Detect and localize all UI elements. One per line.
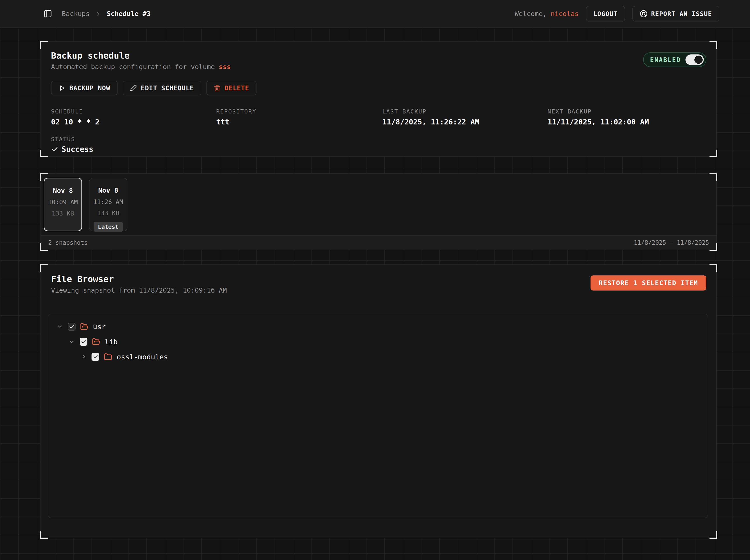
snapshot-card-selected[interactable]: Nov 8 10:09 AM 133 KB [44, 178, 82, 231]
folder-open-icon [92, 338, 100, 346]
latest-badge: Latest [94, 222, 123, 232]
field-last-backup: LAST BACKUP 11/8/2025, 11:26:22 AM [382, 108, 548, 126]
snapshot-size: 133 KB [97, 209, 119, 217]
snapshot-date: Nov 8 [98, 186, 118, 194]
tree-label: ossl-modules [117, 353, 168, 361]
field-value: 02 10 * * 2 [51, 118, 216, 126]
report-issue-button[interactable]: REPORT AN ISSUE [632, 6, 719, 21]
field-value: ttt [216, 118, 382, 126]
chevron-down-icon[interactable] [57, 323, 63, 330]
folder-icon [104, 353, 112, 361]
tree-row-usr[interactable]: usr [48, 319, 708, 334]
app-header: Backups Schedule #3 Welcome, nicolas LOG… [0, 0, 750, 28]
logout-button[interactable]: LOGOUT [586, 6, 625, 21]
status-block: STATUS Success [41, 136, 716, 154]
tree-row-lib[interactable]: lib [48, 334, 708, 349]
breadcrumb-section[interactable]: Backups [62, 10, 90, 18]
field-schedule: SCHEDULE 02 10 * * 2 [51, 108, 216, 126]
edit-schedule-button[interactable]: EDIT SCHEDULE [123, 81, 201, 95]
folder-open-icon [80, 323, 88, 331]
file-browser-card: File Browser Viewing snapshot from 11/8/… [40, 264, 717, 538]
checkbox-mixed[interactable] [68, 323, 76, 331]
field-next-backup: NEXT BACKUP 11/11/2025, 11:02:00 AM [548, 108, 706, 126]
corner-bracket [710, 531, 717, 539]
enabled-toggle-label: ENABLED [650, 56, 681, 63]
toggle-knob [694, 56, 703, 64]
check-icon [51, 146, 58, 153]
report-issue-label: REPORT AN ISSUE [651, 10, 712, 17]
trash-icon [214, 85, 221, 92]
chevron-right-icon [95, 11, 101, 17]
snapshot-count: 2 snapshots [48, 239, 87, 246]
snapshots-footer: 2 snapshots 11/8/2025 – 11/8/2025 [41, 235, 716, 250]
delete-label: DELETE [225, 84, 249, 92]
logout-button-label: LOGOUT [593, 10, 618, 17]
field-label: SCHEDULE [51, 108, 216, 115]
username: nicolas [551, 10, 579, 18]
sidebar-toggle-button[interactable] [43, 9, 53, 18]
file-browser-subtitle: Viewing snapshot from 11/8/2025, 10:09:1… [51, 286, 227, 294]
schedule-card-subtitle: Automated backup configuration for volum… [51, 63, 231, 71]
tree-label: usr [93, 323, 106, 331]
tree-label: lib [105, 338, 118, 346]
schedule-card-title: Backup schedule [51, 51, 231, 61]
welcome-text: Welcome, nicolas [515, 10, 579, 18]
field-value: 11/11/2025, 11:02:00 AM [548, 118, 706, 126]
snapshot-size: 133 KB [52, 210, 74, 217]
status-value: Success [62, 145, 93, 154]
snapshot-date-range: 11/8/2025 – 11/8/2025 [634, 239, 709, 246]
status-label: STATUS [51, 136, 706, 142]
corner-bracket [40, 531, 48, 539]
chevron-down-icon[interactable] [68, 339, 75, 345]
snapshot-card[interactable]: Nov 8 11:26 AM 133 KB Latest [89, 178, 127, 231]
delete-button[interactable]: DELETE [206, 81, 256, 95]
field-label: REPOSITORY [216, 108, 382, 115]
restore-button-label: RESTORE 1 SELECTED ITEM [599, 279, 698, 287]
pencil-icon [130, 85, 137, 92]
checkbox-checked[interactable] [92, 353, 99, 361]
snapshot-time: 10:09 AM [48, 199, 78, 206]
edit-schedule-label: EDIT SCHEDULE [141, 84, 194, 92]
toggle-switch[interactable] [686, 55, 704, 65]
breadcrumb: Backups Schedule #3 [62, 10, 151, 18]
play-icon [58, 85, 65, 92]
snapshots-card: Nov 8 10:09 AM 133 KB Nov 8 11:26 AM 133… [40, 174, 717, 250]
field-value: 11/8/2025, 11:26:22 AM [382, 118, 548, 126]
checkbox-checked[interactable] [80, 338, 87, 346]
snapshot-date: Nov 8 [53, 187, 73, 195]
breadcrumb-current: Schedule #3 [106, 10, 151, 18]
panel-left-icon [43, 9, 52, 18]
enabled-toggle[interactable]: ENABLED [643, 53, 706, 67]
field-label: NEXT BACKUP [548, 108, 706, 115]
field-label: LAST BACKUP [382, 108, 548, 115]
file-browser-title: File Browser [51, 274, 227, 284]
backup-now-label: BACKUP NOW [69, 84, 110, 92]
lifebuoy-icon [640, 10, 648, 18]
backup-now-button[interactable]: BACKUP NOW [51, 81, 118, 95]
field-repository: REPOSITORY ttt [216, 108, 382, 126]
restore-button[interactable]: RESTORE 1 SELECTED ITEM [591, 276, 706, 291]
volume-name: sss [219, 63, 231, 71]
tree-row-ossl-modules[interactable]: ossl-modules [48, 349, 708, 364]
chevron-right-icon[interactable] [81, 354, 87, 360]
snapshot-time: 11:26 AM [93, 198, 123, 205]
backup-schedule-card: Backup schedule Automated backup configu… [40, 41, 717, 157]
file-tree: usr lib ossl-modules [47, 314, 708, 518]
